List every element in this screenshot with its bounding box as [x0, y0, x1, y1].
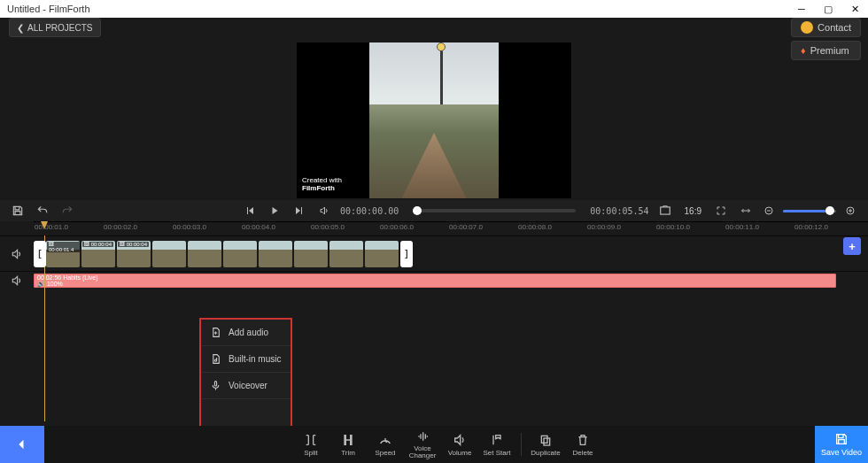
zoom-out-icon[interactable] — [760, 202, 778, 220]
tool-split-label: Split — [304, 449, 318, 457]
popup-add-audio-label: Add audio — [229, 328, 268, 337]
microphone-icon — [210, 380, 221, 391]
ruler-tick: 00:00:06.0 — [380, 223, 414, 231]
video-track: [ 🖼 00:00:01.4🖼 00:00:04🖼 00:00:04] — [0, 235, 868, 271]
svg-rect-4 — [214, 382, 216, 386]
watermark: Created with FilmForth — [302, 177, 342, 193]
bottom-toolbar: Split Trim Speed Voice Changer Volume Se… — [0, 426, 868, 463]
snapshot-icon[interactable] — [656, 202, 674, 220]
popup-voiceover-label: Voiceover — [229, 381, 267, 390]
add-clip-button[interactable]: + — [843, 237, 861, 255]
popup-voiceover[interactable]: Voiceover — [201, 373, 291, 399]
clip-start-handle[interactable]: [ — [34, 241, 46, 267]
popup-builtin-music-label: Built-in music — [229, 354, 281, 364]
tool-volume[interactable]: Volume — [441, 426, 478, 463]
ruler-tick: 00:00:02.0 — [104, 223, 137, 231]
contact-button[interactable]: Contact — [791, 18, 861, 37]
timeline-ruler[interactable]: 00:00:01.000:00:02.000:00:03.000:00:04.0… — [34, 221, 868, 235]
video-clips[interactable]: [ 🖼 00:00:01.4🖼 00:00:04🖼 00:00:04] — [34, 236, 868, 271]
toolbar-separator — [521, 433, 522, 456]
seek-bar[interactable] — [413, 209, 576, 212]
video-thumb[interactable] — [188, 241, 221, 267]
video-thumb[interactable] — [152, 241, 186, 267]
aspect-ratio[interactable]: 16:9 — [681, 206, 705, 216]
undo-icon[interactable] — [34, 202, 51, 220]
thumb-overlay: 🖼 00:00:04 — [118, 242, 149, 247]
zoom-controls — [737, 202, 859, 220]
prev-frame-icon[interactable] — [241, 202, 259, 220]
fit-icon[interactable] — [737, 202, 755, 220]
ruler-tick: 00:00:01.0 — [35, 223, 68, 231]
volume-icon — [453, 433, 467, 447]
audio-clip[interactable]: 00:02:56 Habits (Live) 🔊 100% — [34, 274, 836, 288]
tool-speed-label: Speed — [375, 449, 395, 457]
thumb-overlay: 🖼 00:00:01.4 — [47, 242, 80, 252]
tool-set-start[interactable]: Set Start — [478, 426, 515, 463]
popup-add-audio[interactable]: Add audio — [201, 320, 291, 346]
preview-frame — [369, 42, 499, 198]
tool-delete-label: Delete — [572, 449, 593, 457]
video-thumb[interactable]: 🖼 00:00:04 — [81, 241, 115, 267]
popup-builtin-music[interactable]: Built-in music — [201, 346, 291, 373]
tool-set-start-label: Set Start — [483, 449, 510, 457]
timeline: [ 🖼 00:00:01.4🖼 00:00:04🖼 00:00:04] 00:0… — [0, 235, 868, 421]
next-frame-icon[interactable] — [291, 202, 308, 220]
play-icon[interactable] — [266, 202, 283, 220]
minimize-button[interactable]: ─ — [788, 0, 815, 18]
video-thumb[interactable] — [223, 241, 257, 267]
watermark-line2: FilmForth — [302, 184, 335, 192]
ruler-tick: 00:00:04.0 — [242, 223, 275, 231]
video-thumb[interactable]: 🖼 00:00:01.4 — [46, 241, 80, 267]
preview-canvas[interactable]: Created with FilmForth — [297, 42, 571, 198]
audio-track-mute-icon[interactable] — [8, 272, 26, 289]
tool-duplicate[interactable]: Duplicate — [527, 426, 564, 463]
tool-voice-changer[interactable]: Voice Changer — [404, 426, 441, 463]
file-plus-icon — [210, 327, 221, 338]
tool-split[interactable]: Split — [292, 426, 329, 463]
tool-trim-label: Trim — [341, 449, 355, 457]
delete-icon — [576, 433, 590, 447]
video-thumb[interactable] — [259, 241, 292, 267]
fullscreen-icon[interactable] — [712, 202, 730, 220]
tool-duplicate-label: Duplicate — [531, 449, 560, 457]
watermark-line1: Created with — [302, 176, 342, 184]
duplicate-icon — [539, 433, 553, 447]
save-icon[interactable] — [9, 202, 27, 220]
playback-bar: 00:00:00.00 00:00:05.54 16:9 — [0, 200, 868, 221]
contact-icon — [801, 21, 813, 34]
voice-changer-icon — [415, 429, 430, 444]
tool-volume-label: Volume — [448, 449, 472, 457]
tool-trim[interactable]: Trim — [329, 426, 367, 463]
ruler-tick: 00:00:07.0 — [449, 223, 483, 231]
window-titlebar: Untitled - FilmForth ─ ▢ ✕ — [0, 0, 868, 18]
clip-end-handle[interactable]: ] — [400, 241, 413, 267]
zoom-in-icon[interactable] — [841, 202, 859, 220]
video-thumb[interactable] — [294, 241, 328, 267]
ruler-tick: 00:00:11.0 — [725, 223, 759, 231]
tool-speed[interactable]: Speed — [367, 426, 404, 463]
trim-icon — [341, 433, 355, 447]
redo-icon[interactable] — [58, 202, 76, 220]
tool-delete[interactable]: Delete — [564, 426, 601, 463]
ruler-tick: 00:00:12.0 — [794, 223, 828, 231]
track-audio-icon[interactable] — [8, 245, 26, 263]
save-video-label: Save Video — [821, 448, 862, 457]
maximize-button[interactable]: ▢ — [815, 0, 841, 18]
contact-label: Contact — [818, 22, 851, 33]
close-button[interactable]: ✕ — [841, 0, 868, 18]
audio-icon[interactable] — [315, 202, 333, 220]
split-icon — [304, 433, 318, 447]
save-video-button[interactable]: Save Video — [815, 426, 868, 463]
speed-icon — [378, 433, 392, 447]
window-title: Untitled - FilmForth — [7, 4, 788, 14]
video-thumb[interactable] — [365, 241, 399, 267]
ruler-tick: 00:00:10.0 — [656, 223, 690, 231]
all-projects-button[interactable]: ❮ ALL PROJECTS — [9, 18, 101, 37]
video-thumb[interactable]: 🖼 00:00:04 — [117, 241, 151, 267]
back-button[interactable] — [0, 426, 44, 463]
zoom-slider[interactable] — [783, 210, 836, 212]
video-thumb[interactable] — [329, 241, 363, 267]
chevron-left-icon: ❮ — [17, 23, 24, 33]
app-header: ❮ ALL PROJECTS Contact ♦ Premium — [0, 18, 868, 42]
seek-knob[interactable] — [413, 206, 422, 215]
